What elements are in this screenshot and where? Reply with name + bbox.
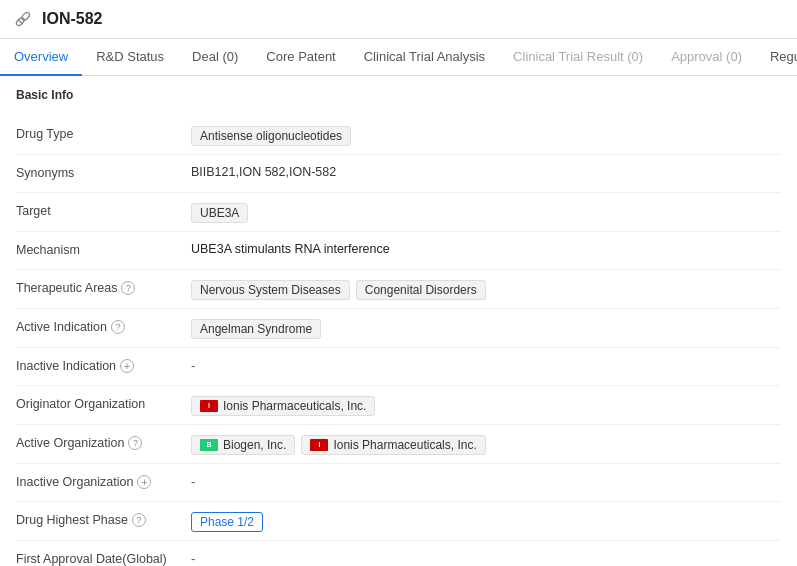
tab-rd-status[interactable]: R&D Status (82, 39, 178, 76)
info-icon-active-indication[interactable]: ? (111, 320, 125, 334)
field-value-mechanism: UBE3A stimulants RNA interference (191, 240, 781, 256)
tab-clinical-trial-analysis[interactable]: Clinical Trial Analysis (350, 39, 499, 76)
phase-tag[interactable]: Phase 1/2 (191, 512, 263, 532)
tag-therapeutic-areas[interactable]: Nervous System Diseases (191, 280, 350, 300)
field-value-drug-type: Antisense oligonucleotides (191, 124, 781, 146)
plus-icon-inactive-organization[interactable]: + (137, 475, 151, 489)
tag-target[interactable]: UBE3A (191, 203, 248, 223)
field-label-drug-type: Drug Type (16, 124, 191, 141)
fields-container: Drug TypeAntisense oligonucleotidesSynon… (16, 116, 781, 566)
company-tag-ionis[interactable]: IIonis Pharmaceuticals, Inc. (191, 396, 375, 416)
field-row-inactive-organization: Inactive Organization+- (16, 464, 781, 502)
field-value-originator-organization: IIonis Pharmaceuticals, Inc. (191, 394, 781, 416)
tab-approval: Approval (0) (657, 39, 756, 76)
field-label-therapeutic-areas: Therapeutic Areas? (16, 278, 191, 295)
field-label-active-indication: Active Indication? (16, 317, 191, 334)
field-value-inactive-organization: - (191, 472, 781, 489)
company-name: Ionis Pharmaceuticals, Inc. (223, 399, 366, 413)
field-value-active-indication: Angelman Syndrome (191, 317, 781, 339)
field-row-drug-type: Drug TypeAntisense oligonucleotides (16, 116, 781, 155)
field-row-originator-organization: Originator OrganizationIIonis Pharmaceut… (16, 386, 781, 425)
section-title: Basic Info (16, 88, 781, 106)
tag-therapeutic-areas[interactable]: Congenital Disorders (356, 280, 486, 300)
field-row-inactive-indication: Inactive Indication+- (16, 348, 781, 386)
tab-clinical-trial-result: Clinical Trial Result (0) (499, 39, 657, 76)
field-row-therapeutic-areas: Therapeutic Areas?Nervous System Disease… (16, 270, 781, 309)
synonyms-text: BIIB121,ION 582,ION-582 (191, 165, 336, 179)
field-row-active-organization: Active Organization?BBiogen, Inc.IIonis … (16, 425, 781, 464)
info-icon-therapeutic-areas[interactable]: ? (121, 281, 135, 295)
tab-core-patent[interactable]: Core Patent (252, 39, 349, 76)
field-value-synonyms: BIIB121,ION 582,ION-582 (191, 163, 781, 179)
field-label-first-approval-date: First Approval Date(Global) (16, 549, 191, 566)
tag-active-indication[interactable]: Angelman Syndrome (191, 319, 321, 339)
dash-value-first-approval-date: - (191, 551, 195, 566)
field-row-synonyms: SynonymsBIIB121,ION 582,ION-582 (16, 155, 781, 193)
field-row-target: TargetUBE3A (16, 193, 781, 232)
field-row-mechanism: MechanismUBE3A stimulants RNA interferen… (16, 232, 781, 270)
pill-icon (12, 8, 34, 30)
tab-deal[interactable]: Deal (0) (178, 39, 252, 76)
plus-icon-inactive-indication[interactable]: + (120, 359, 134, 373)
info-icon-drug-highest-phase[interactable]: ? (132, 513, 146, 527)
field-label-target: Target (16, 201, 191, 218)
content-area: Basic Info Drug TypeAntisense oligonucle… (0, 76, 797, 566)
company-name: Ionis Pharmaceuticals, Inc. (333, 438, 476, 452)
field-row-first-approval-date: First Approval Date(Global)- (16, 541, 781, 566)
mechanism-text: UBE3A stimulants RNA interference (191, 242, 390, 256)
company-name: Biogen, Inc. (223, 438, 286, 452)
field-label-synonyms: Synonyms (16, 163, 191, 180)
field-label-mechanism: Mechanism (16, 240, 191, 257)
field-value-target: UBE3A (191, 201, 781, 223)
field-label-active-organization: Active Organization? (16, 433, 191, 450)
svg-point-2 (21, 11, 31, 21)
company-tag-biogen[interactable]: BBiogen, Inc. (191, 435, 295, 455)
drug-title: ION-582 (42, 10, 102, 28)
field-value-drug-highest-phase: Phase 1/2 (191, 510, 781, 532)
field-label-inactive-indication: Inactive Indication+ (16, 356, 191, 373)
field-label-inactive-organization: Inactive Organization+ (16, 472, 191, 489)
dash-value-inactive-organization: - (191, 474, 195, 489)
tab-regulation[interactable]: Regulation (756, 39, 797, 76)
field-value-active-organization: BBiogen, Inc.IIonis Pharmaceuticals, Inc… (191, 433, 781, 455)
field-value-therapeutic-areas: Nervous System DiseasesCongenital Disord… (191, 278, 781, 300)
field-value-inactive-indication: - (191, 356, 781, 373)
biogen-logo: B (200, 439, 218, 451)
company-tag-ionis[interactable]: IIonis Pharmaceuticals, Inc. (301, 435, 485, 455)
tabs-container: OverviewR&D StatusDeal (0)Core PatentCli… (0, 39, 797, 76)
field-value-first-approval-date: - (191, 549, 781, 566)
field-row-drug-highest-phase: Drug Highest Phase?Phase 1/2 (16, 502, 781, 541)
svg-line-1 (18, 19, 23, 24)
tab-overview[interactable]: Overview (0, 39, 82, 76)
drug-header: ION-582 (0, 0, 797, 39)
field-label-originator-organization: Originator Organization (16, 394, 191, 411)
field-row-active-indication: Active Indication?Angelman Syndrome (16, 309, 781, 348)
info-icon-active-organization[interactable]: ? (128, 436, 142, 450)
ionis-logo: I (310, 439, 328, 451)
field-label-drug-highest-phase: Drug Highest Phase? (16, 510, 191, 527)
dash-value-inactive-indication: - (191, 358, 195, 373)
tag-drug-type[interactable]: Antisense oligonucleotides (191, 126, 351, 146)
ionis-logo: I (200, 400, 218, 412)
